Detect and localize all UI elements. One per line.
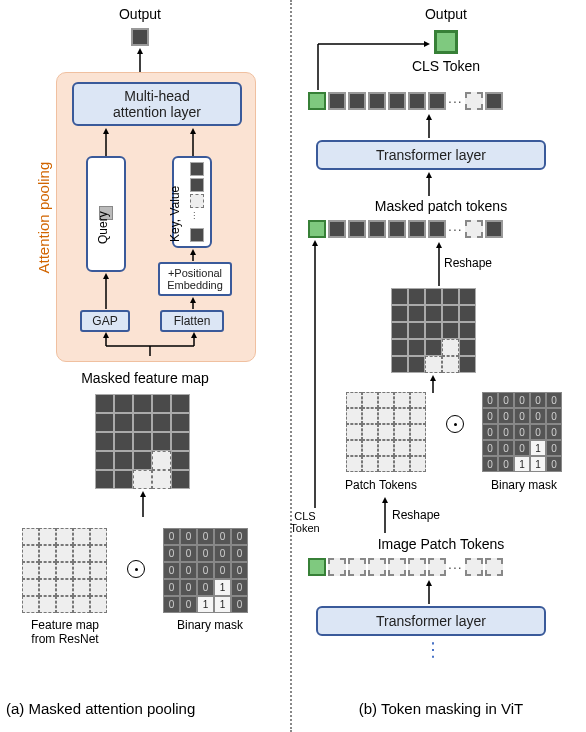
svg-marker-22 bbox=[424, 41, 430, 47]
binary-mask-label-b: Binary mask bbox=[474, 478, 574, 492]
binary-mask-grid-a: 00000 00000 00000 00010 00110 bbox=[163, 528, 248, 613]
masked-feature-map-label: Masked feature map bbox=[60, 370, 230, 386]
masked-product-grid bbox=[391, 288, 476, 373]
pos-embed-block: +Positional Embedding bbox=[158, 262, 232, 296]
masked-feature-map-grid bbox=[95, 394, 190, 489]
output-label-a: Output bbox=[110, 6, 170, 22]
svg-marker-30 bbox=[436, 242, 442, 248]
arrow-cls-long bbox=[312, 240, 322, 510]
feature-map-grid bbox=[22, 528, 107, 613]
caption-a: (a) Masked attention pooling bbox=[6, 700, 266, 717]
output-token-a bbox=[131, 28, 149, 46]
masked-patch-tokens-label: Masked patch tokens bbox=[351, 198, 531, 214]
cls-label-lower: CLS Token bbox=[280, 510, 330, 534]
vertical-dots: ⋯ bbox=[422, 640, 446, 660]
gap-block: GAP bbox=[80, 310, 130, 332]
arrow-cls-output bbox=[312, 38, 432, 92]
output-cls-token-b bbox=[434, 30, 458, 54]
kv-cell-4 bbox=[190, 228, 204, 242]
svg-marker-17 bbox=[191, 332, 197, 338]
arrow-trans-out bbox=[426, 114, 436, 140]
arrow-odot-grid bbox=[430, 375, 440, 395]
diagram-container: Output Attention pooling Multi-head atte… bbox=[0, 0, 586, 732]
arrow-kv-mha bbox=[190, 128, 200, 158]
arrow-flatten-pos bbox=[190, 297, 200, 311]
svg-marker-16 bbox=[103, 332, 109, 338]
transformer-layer-bottom: Transformer layer bbox=[316, 606, 546, 636]
kv-cell-2 bbox=[190, 178, 204, 192]
feature-map-label: Feature map from ResNet bbox=[10, 618, 120, 646]
masked-token-row: ··· bbox=[308, 220, 503, 238]
binary-mask-grid-b: 00000 00000 00000 00010 00110 bbox=[482, 392, 562, 472]
flatten-block: Flatten bbox=[160, 310, 224, 332]
svg-marker-9 bbox=[103, 273, 109, 279]
svg-marker-19 bbox=[140, 491, 146, 497]
panel-a: Output Attention pooling Multi-head atte… bbox=[0, 0, 290, 732]
svg-marker-26 bbox=[426, 172, 432, 178]
image-patch-tokens-label: Image Patch Tokens bbox=[356, 536, 526, 552]
arrow-output-a bbox=[137, 48, 147, 74]
output-label-b: Output bbox=[416, 6, 476, 22]
reshape-upper-label: Reshape bbox=[444, 256, 514, 270]
kv-cell-1 bbox=[190, 162, 204, 176]
patch-tokens-label: Patch Tokens bbox=[326, 478, 436, 492]
arrow-trans-bottom bbox=[426, 580, 436, 606]
arrow-tokens-trans bbox=[426, 172, 436, 198]
patch-tokens-grid bbox=[346, 392, 426, 472]
mha-block: Multi-head attention layer bbox=[72, 82, 242, 126]
svg-marker-3 bbox=[103, 128, 109, 134]
svg-marker-28 bbox=[312, 240, 318, 246]
arrow-odot-masked bbox=[140, 491, 150, 519]
arrow-query-mha bbox=[103, 128, 113, 158]
arrow-gap-query bbox=[103, 273, 113, 311]
arrow-reshape-patch bbox=[382, 497, 392, 535]
kv-cell-3 bbox=[190, 194, 204, 208]
panel-b: Output CLS Token ··· Transformer layer bbox=[296, 0, 586, 732]
kv-dots: ··· bbox=[189, 211, 200, 219]
caption-b: (b) Token masking in ViT bbox=[326, 700, 556, 717]
image-patch-token-row: ··· bbox=[308, 558, 503, 576]
arrow-split-a bbox=[100, 332, 200, 358]
svg-marker-32 bbox=[430, 375, 436, 381]
svg-marker-24 bbox=[426, 114, 432, 120]
odot-a bbox=[127, 560, 145, 578]
attention-pooling-label: Attention pooling bbox=[35, 144, 52, 274]
svg-marker-1 bbox=[137, 48, 143, 54]
svg-marker-11 bbox=[190, 297, 196, 303]
reshape-lower-label: Reshape bbox=[392, 508, 462, 522]
binary-mask-label-a: Binary mask bbox=[160, 618, 260, 632]
odot-b bbox=[446, 415, 464, 433]
svg-marker-34 bbox=[382, 497, 388, 503]
output-token-row: ··· bbox=[308, 92, 503, 110]
svg-marker-7 bbox=[190, 249, 196, 255]
query-label: Query bbox=[96, 184, 110, 244]
svg-marker-5 bbox=[190, 128, 196, 134]
svg-marker-36 bbox=[426, 580, 432, 586]
transformer-layer-top: Transformer layer bbox=[316, 140, 546, 170]
arrow-pos-kv bbox=[190, 249, 200, 263]
kv-label: Key, Value bbox=[168, 162, 182, 242]
